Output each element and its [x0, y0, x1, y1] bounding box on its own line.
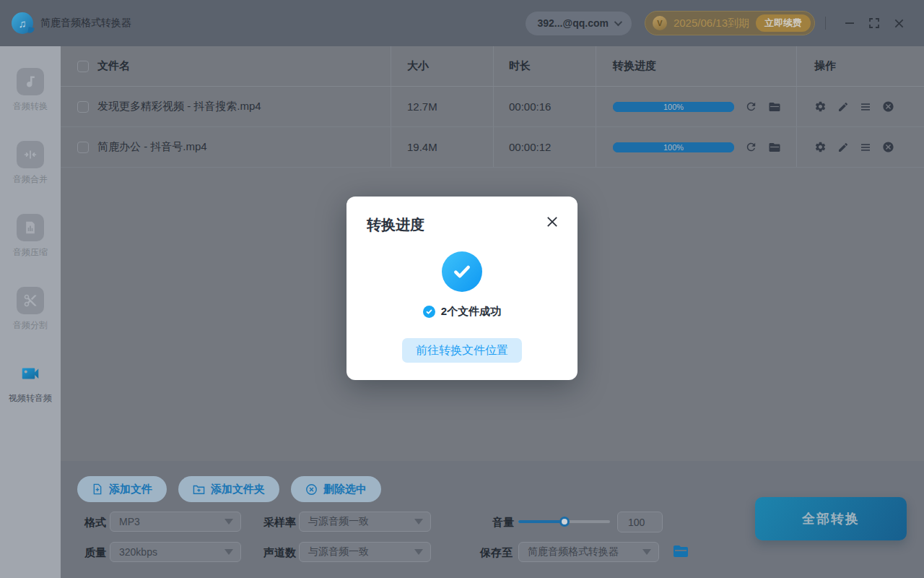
progress-bar: 100% [613, 142, 734, 152]
status-row: 2个文件成功 [346, 305, 578, 319]
progress-bar: 100% [613, 102, 734, 112]
check-circle-icon [423, 306, 435, 318]
go-to-files-button[interactable]: 前往转换文件位置 [402, 338, 522, 363]
close-icon[interactable] [543, 212, 562, 231]
modal-title: 转换进度 [367, 215, 424, 235]
success-check-icon [442, 251, 482, 292]
modal-overlay: 转换进度 2个文件成功 前往转换文件位置 [0, 0, 924, 578]
conversion-progress-modal: 转换进度 2个文件成功 前往转换文件位置 [346, 197, 578, 380]
progress-value: 100% [613, 142, 734, 152]
success-count-text: 2个文件成功 [441, 305, 501, 319]
progress-value: 100% [613, 102, 734, 112]
